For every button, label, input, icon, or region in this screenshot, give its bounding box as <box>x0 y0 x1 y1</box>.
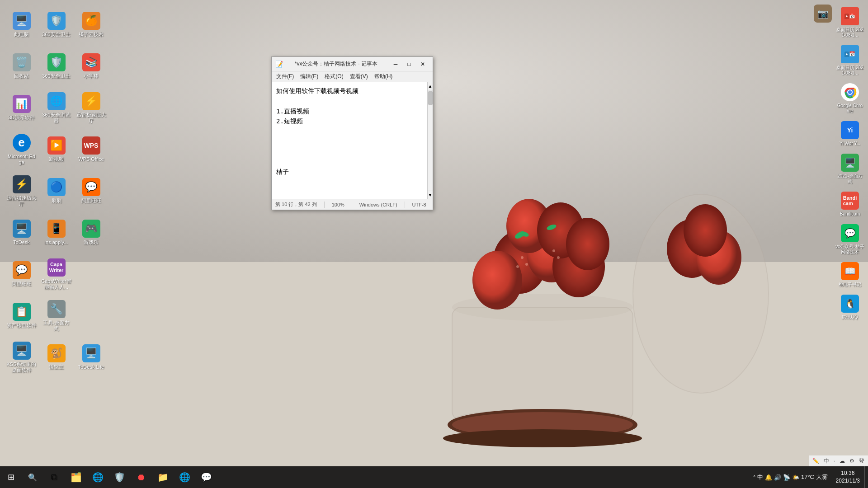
menu-view[interactable]: 查看(V) <box>347 72 371 81</box>
close-button[interactable]: ✕ <box>416 60 429 69</box>
desktop-icon-game[interactable]: 🎮 游戏乐 <box>74 212 108 253</box>
ime-tray-icon[interactable]: 中 <box>757 473 763 481</box>
desktop-icon-aliim2[interactable]: 💬 阿里旺旺 <box>5 254 38 295</box>
date-display: 2021/11/3 <box>836 477 860 485</box>
desktop-icon-calendar2[interactable]: ▲ 📅 桌面日历 2021-08-1... <box>834 42 866 79</box>
desktop-icon-360-2[interactable]: 🛡️ 360安全卫士 <box>39 46 73 87</box>
taskbar-clock[interactable]: 10:36 2021/11/3 <box>831 469 864 485</box>
svg-point-10 <box>472 251 522 310</box>
camera-desktop-icon[interactable]: 📷 <box>814 5 832 24</box>
taskbar-search-button[interactable]: 🔍 <box>22 466 43 488</box>
desktop-icon-wps[interactable]: WPS WPS Office <box>74 129 108 170</box>
desktop-icon-360[interactable]: 🛡️ 360安全卫士 <box>39 5 73 45</box>
notepad-titlebar: 📝 *vx公众号：桔子网络技术 - 记事本 ─ □ ✕ <box>272 57 433 71</box>
desktop-icon-ins[interactable]: 📱 ins.apply... <box>39 212 73 253</box>
maximize-button[interactable]: □ <box>403 60 415 69</box>
tray-expand-icon[interactable]: ^ <box>753 475 755 480</box>
volume-icon[interactable]: 🔊 <box>774 474 781 481</box>
task-view-button[interactable]: ⧉ <box>43 466 65 488</box>
notepad-editor[interactable]: 如何使用软件下载视频号视频 1.直播视频 2.短视频 桔子 <box>272 82 427 199</box>
taskbar-ie[interactable]: 🌐 <box>174 466 195 488</box>
desktop-icon-edge[interactable]: e Microsoft Edge <box>5 129 38 170</box>
desktop-icon-video[interactable]: ▶️ 新视频 <box>39 129 73 170</box>
desktop-icon-todesk-lite[interactable]: 🖥️ ToDesk Lite <box>74 337 108 378</box>
ime-dot[interactable]: · <box>832 457 837 465</box>
windows-logo-icon: ⊞ <box>8 472 14 482</box>
taskbar-360[interactable]: 🛡️ <box>108 466 130 488</box>
desktop-icon-thunder[interactable]: ⚡ 迅雷极速版大厅 <box>74 88 108 128</box>
minimize-button[interactable]: ─ <box>389 60 402 69</box>
notepad-content-area: 如何使用软件下载视频号视频 1.直播视频 2.短视频 桔子 ▲ ▼ <box>272 82 433 199</box>
ime-cloud[interactable]: ☁ <box>838 457 847 465</box>
desktop-icon-thunder2[interactable]: ⚡ 迅雷极速版大厅 <box>5 171 38 211</box>
desktop-icon-bandicam[interactable]: Bandicam Bandicam <box>834 189 866 220</box>
desktop-icon-chrome[interactable]: Google Chrome <box>834 80 866 117</box>
network-icon[interactable]: 📡 <box>783 474 790 481</box>
desktop-icon-study[interactable]: 📚 小学棒 <box>74 46 108 87</box>
menu-format[interactable]: 格式(O) <box>322 72 346 81</box>
menu-edit[interactable]: 编辑(E) <box>297 72 321 81</box>
folder2-icon: 📁 <box>157 472 169 483</box>
shield-icon: 🛡️ <box>114 472 125 483</box>
desktop-icon-wukong[interactable]: 🐒 悟空主 <box>39 337 73 378</box>
desktop-icon-desktop-2021[interactable]: 🖥️ 2021-桌面方式 <box>834 151 866 187</box>
start-button[interactable]: ⊞ <box>0 466 22 488</box>
desktop-icon-vx-gzh[interactable]: 💬 vx公众号-桔子网络技术 <box>834 221 866 258</box>
svg-point-22 <box>443 429 642 447</box>
ime-bar: ✏️ 中 · ☁ ⚙ 登 <box>809 455 868 466</box>
desktop-icons-right-panel: ▲ 📅 桌面日历 2021-08-1... ▲ 📅 桌面日历 2021-08-1… <box>832 0 868 371</box>
ime-settings[interactable]: ⚙ <box>848 457 856 465</box>
notepad-window: 📝 *vx公众号：桔子网络技术 - 记事本 ─ □ ✕ 文件(F) 编辑(E) … <box>271 56 433 210</box>
notepad-title: *vx公众号：桔子网络技术 - 记事本 <box>283 60 389 68</box>
desktop-icon-calendar1[interactable]: ▲ 📅 桌面日历 2021-08-1... <box>834 5 866 41</box>
menu-file[interactable]: 文件(F) <box>274 72 297 81</box>
notification-icon[interactable]: 🔔 <box>765 474 772 481</box>
desktop-icon-shua[interactable]: 🔵 刷刷 <box>39 171 73 211</box>
taskbar: ⊞ 🔍 ⧉ 🗂️ 🌐 🛡️ ⏺ 📁 🌐 💬 ^ 中 🔔 🔊 📡 🌤️ 17°C … <box>0 466 868 488</box>
taskbar-folder[interactable]: 📁 <box>152 466 174 488</box>
ime-login[interactable]: 登 <box>857 456 866 466</box>
show-desktop-button[interactable] <box>864 466 868 488</box>
svg-point-11 <box>566 218 609 270</box>
desktop-icon-360browser[interactable]: 🌐 360安全浏览器 <box>39 88 73 128</box>
svg-point-30 <box>848 90 852 94</box>
search-icon: 🔍 <box>28 473 37 482</box>
desktop-icon-computer[interactable]: 🖥️ 此电脑 <box>5 5 38 45</box>
svg-point-16 <box>557 256 560 259</box>
desktop-icon-yiwor[interactable]: Yi Yi Wor Y... <box>834 118 866 149</box>
desktop-icon-ebook[interactable]: 📖 桃电子书记 <box>834 259 866 290</box>
ime-chinese[interactable]: 中 <box>822 456 831 466</box>
task-view-icon: ⧉ <box>51 472 57 483</box>
desktop-icon-aliim[interactable]: 💬 阿里旺旺 <box>74 171 108 211</box>
zoom-level: 100% <box>332 202 344 207</box>
ime-edit-icon[interactable]: ✏️ <box>811 457 821 465</box>
wallpaper-scene <box>0 0 868 488</box>
line-ending: Windows (CRLF) <box>359 202 397 207</box>
record-icon: ⏺ <box>137 472 146 483</box>
svg-point-14 <box>516 265 519 268</box>
taskbar-wechat[interactable]: 💬 <box>195 466 217 488</box>
desktop-icon-qq[interactable]: 🐧 腾讯QQ <box>834 292 866 323</box>
taskbar-record[interactable]: ⏺ <box>130 466 152 488</box>
desktop-icon-todesk[interactable]: 🖥️ ToDesk <box>5 212 38 253</box>
ie-icon: 🌐 <box>179 472 190 483</box>
desktop-icon-orange[interactable]: 🍊 橘子云技术 <box>74 5 108 45</box>
desktop-icon-trash[interactable]: 🗑️ 回收站 <box>5 46 38 87</box>
notepad-scrollbar[interactable]: ▲ ▼ <box>427 82 433 199</box>
desktop-icon-kss[interactable]: 🖥️ KSS系统里的桌面软件 <box>5 337 38 378</box>
cursor-position: 第 10 行，第 42 列 <box>275 201 317 208</box>
camera-icon: 📷 <box>817 8 829 19</box>
time-display: 10:36 <box>841 469 854 477</box>
taskbar-browser[interactable]: 🌐 <box>87 466 108 488</box>
desktop-icon-asset[interactable]: 📋 资产核查软件 <box>5 296 38 336</box>
wechat-icon: 💬 <box>201 472 212 483</box>
desktop-icons-left-panel: 🖥️ 此电脑 🛡️ 360安全卫士 🍊 橘子云技术 🗑️ 回收站 🛡️ 360安… <box>0 0 99 371</box>
notepad-statusbar: 第 10 行，第 42 列 100% Windows (CRLF) UTF-8 <box>272 199 433 210</box>
taskbar-file-explorer[interactable]: 🗂️ <box>65 466 87 488</box>
desktop-icon-3d[interactable]: 📊 3D演示软件 <box>5 88 38 128</box>
desktop-icon-tools[interactable]: 🔧 工具-桌面方式 <box>39 296 73 336</box>
desktop-icon-capa[interactable]: CapaWriter CapaWriter智能输入人... <box>39 254 73 295</box>
weather-icon: 🌤️ <box>792 474 799 481</box>
menu-help[interactable]: 帮助(H) <box>372 72 396 81</box>
encoding: UTF-8 <box>412 202 426 207</box>
